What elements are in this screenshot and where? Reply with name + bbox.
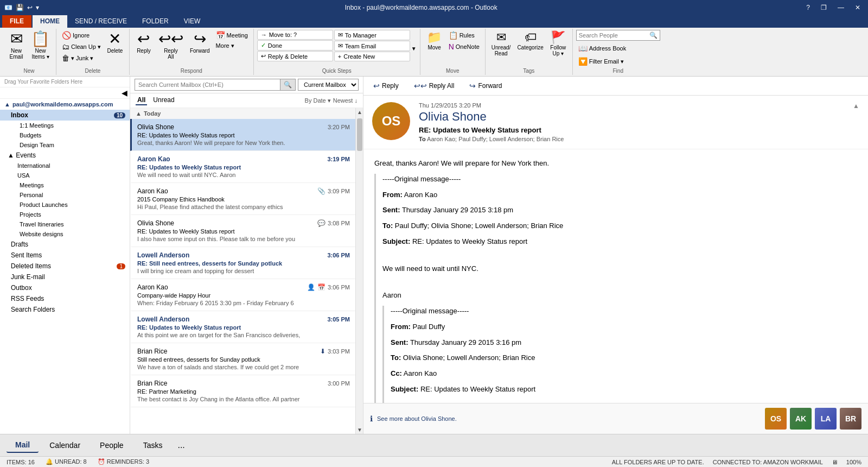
mailbox-selector[interactable]: Current Mailbox	[298, 79, 359, 91]
tab-send-receive[interactable]: SEND / RECEIVE	[67, 15, 135, 28]
more-respond-button[interactable]: More ▾	[214, 41, 250, 51]
folder-deleted-badge: 1	[117, 263, 125, 269]
address-book-button[interactable]: 📖 Address Book	[576, 43, 628, 54]
email-item-1[interactable]: Olivia Shone 3:20 PM RE: Updates to Week…	[130, 119, 355, 151]
search-mailbox-input[interactable]	[135, 80, 280, 90]
folder-drafts[interactable]: Drafts	[0, 239, 130, 250]
search-people-icon[interactable]: 🔍	[649, 31, 658, 39]
meeting-icon: 📅	[216, 31, 225, 40]
close-button[interactable]: ✕	[852, 3, 864, 12]
unread-read-button[interactable]: ✉ Unread/Read	[489, 30, 514, 58]
new-email-button[interactable]: ✉ NewEmail	[5, 30, 27, 61]
reply-all-button[interactable]: ↩↩ ReplyAll	[156, 30, 186, 61]
folder-meetings-label: Meetings	[20, 182, 44, 188]
tab-home[interactable]: HOME	[33, 15, 67, 28]
scroll-down-btn[interactable]: ▼	[356, 426, 363, 434]
tab-view[interactable]: VIEW	[176, 15, 208, 28]
filter-email-button[interactable]: 🔽 Filter Email ▾	[576, 56, 626, 67]
email-item-3[interactable]: Aaron Kao 📎 3:09 PM 2015 Company Ethics …	[130, 183, 355, 215]
folder-events[interactable]: ▲ Events	[0, 150, 130, 161]
email-item-8[interactable]: Brian Rice ⬇ 3:03 PM Still need entrees,…	[130, 343, 355, 375]
folder-design-team[interactable]: Design Team	[0, 140, 130, 150]
scroll-up-reading[interactable]: ▲	[853, 102, 859, 110]
email-list-scrollbar[interactable]: ▲ ▼	[355, 108, 363, 434]
qs-scroll-down[interactable]: ▼	[411, 46, 417, 52]
tab-file[interactable]: FILE	[2, 15, 31, 28]
tab-folder[interactable]: FOLDER	[135, 15, 176, 28]
email-3-subject: 2015 Company Ethics Handbook	[137, 196, 350, 203]
qs-team-email[interactable]: ✉ Team Email	[334, 41, 410, 51]
filter-all[interactable]: All	[136, 96, 147, 105]
folder-junk[interactable]: Junk E-mail	[0, 272, 130, 282]
categorize-button[interactable]: 🏷 Categorize	[514, 30, 546, 52]
new-items-button[interactable]: 📋 NewItems ▾	[28, 30, 53, 61]
reading-reply-button[interactable]: ↩ Reply	[370, 80, 402, 92]
junk-label: ▾ Junk ▾	[71, 55, 93, 62]
nav-tab-calendar[interactable]: Calendar	[41, 438, 89, 452]
folder-1on1[interactable]: 1:1 Meetings	[0, 121, 130, 130]
scroll-up-btn[interactable]: ▲	[356, 108, 363, 116]
onenote-button[interactable]: N OneNote	[446, 41, 482, 52]
scroll-thumb[interactable]	[357, 118, 362, 151]
sidebar-collapse-button[interactable]: ◀	[122, 89, 127, 97]
junk-button[interactable]: 🗑 ▾ Junk ▾	[60, 53, 103, 64]
folder-website[interactable]: Website designs	[0, 229, 130, 239]
qs-move-to[interactable]: → Move to: ?	[257, 30, 333, 40]
email-item-4[interactable]: Olivia Shone 💬 3:08 PM RE: Updates to We…	[130, 215, 355, 247]
move-button[interactable]: 📁 Move	[424, 30, 445, 52]
folder-product-launches-label: Product Launches	[20, 201, 68, 208]
quick-access-undo[interactable]: ↩	[27, 4, 33, 11]
forward-button[interactable]: ↪ Forward	[187, 30, 213, 55]
see-more-text[interactable]: See more about Olivia Shone.	[377, 415, 457, 422]
folder-meetings[interactable]: Meetings	[0, 180, 130, 190]
sort-area[interactable]: By Date ▾ Newest ↓	[305, 97, 358, 104]
account-header[interactable]: ▲ paul@workmaildemo.awsapps.com	[0, 99, 130, 110]
nav-tab-people[interactable]: People	[91, 438, 132, 452]
qs-done[interactable]: ✓ Done	[257, 40, 333, 51]
folder-search[interactable]: Search Folders	[0, 304, 130, 315]
minimize-button[interactable]: —	[834, 3, 847, 12]
filter-unread[interactable]: Unread	[151, 96, 176, 105]
search-mailbox-icon[interactable]: 🔍	[280, 79, 295, 90]
email-item-7[interactable]: Lowell Anderson 3:05 PM RE: Updates to W…	[130, 311, 355, 343]
folder-travel[interactable]: Travel Itineraries	[0, 219, 130, 229]
folder-usa[interactable]: USA	[0, 171, 130, 180]
folder-international[interactable]: International	[0, 161, 130, 171]
reading-reply-all-button[interactable]: ↩↩ Reply All	[411, 80, 458, 92]
quick-access-save[interactable]: 💾	[16, 4, 24, 11]
email-item-6[interactable]: Aaron Kao 👤 📅 3:06 PM Company-wide Happy…	[130, 279, 355, 311]
delete-button[interactable]: ✕ Delete	[104, 30, 126, 55]
qs-to-manager[interactable]: ✉ To Manager	[334, 30, 410, 40]
filter-email-label: Filter Email ▾	[589, 58, 624, 65]
folder-budgets[interactable]: Budgets	[0, 130, 130, 140]
nav-tab-tasks[interactable]: Tasks	[135, 438, 171, 452]
ignore-button[interactable]: 🚫 Ignore	[60, 30, 103, 41]
reply-all-label: ReplyAll	[164, 48, 178, 60]
nav-more-button[interactable]: ...	[173, 438, 189, 452]
email-item-5[interactable]: Lowell Anderson 3:06 PM RE: Still need e…	[130, 247, 355, 279]
rules-button[interactable]: 📋 Rules	[446, 30, 482, 41]
folder-outbox[interactable]: Outbox	[0, 282, 130, 293]
follow-up-button[interactable]: 🚩 FollowUp ▾	[547, 30, 569, 58]
email-item-2[interactable]: Aaron Kao 3:19 PM RE: Updates to Weekly …	[130, 151, 355, 183]
folder-inbox[interactable]: Inbox 10	[0, 110, 130, 121]
meeting-button[interactable]: 📅 Meeting	[214, 30, 250, 41]
folder-rss[interactable]: RSS Feeds	[0, 293, 130, 304]
sort-order-label: Newest ↓	[333, 97, 358, 104]
folder-sent[interactable]: Sent Items	[0, 250, 130, 261]
folder-personal[interactable]: Personal	[0, 190, 130, 200]
folder-projects[interactable]: Projects	[0, 210, 130, 219]
clean-up-button[interactable]: 🗂 Clean Up ▾	[60, 41, 103, 52]
qs-create-new[interactable]: + Create New	[334, 52, 410, 61]
email-item-9[interactable]: Brian Rice 3:00 PM RE: Partner Marketing…	[130, 375, 355, 407]
folder-deleted[interactable]: Deleted Items 1	[0, 261, 130, 272]
qs-reply-delete[interactable]: ↩ Reply & Delete	[257, 51, 333, 61]
search-people-input[interactable]	[579, 32, 649, 39]
folder-product-launches[interactable]: Product Launches	[0, 200, 130, 210]
main-area: Drag Your Favorite Folders Here ◀ ▲ paul…	[0, 77, 868, 434]
nav-tab-mail[interactable]: Mail	[7, 438, 39, 453]
reply-button[interactable]: ↩ Reply	[133, 30, 155, 55]
restore-button[interactable]: ❐	[818, 3, 830, 12]
reading-forward-button[interactable]: ↪ Forward	[466, 80, 505, 92]
help-button[interactable]: ?	[803, 3, 813, 12]
